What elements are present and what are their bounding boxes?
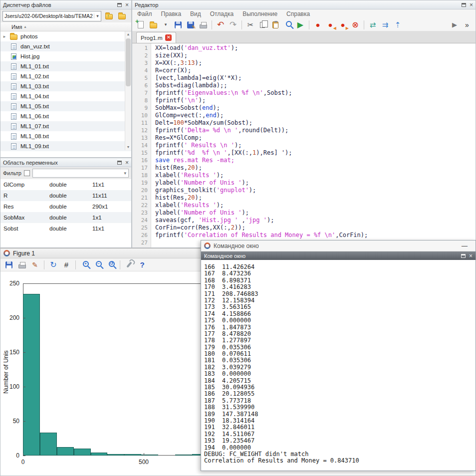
save-as-icon[interactable] bbox=[185, 19, 196, 30]
new-script-icon[interactable] bbox=[135, 19, 146, 30]
edit-figure-icon[interactable]: ✎ bbox=[29, 259, 40, 270]
code-line[interactable]: [vect,lambda]=eig(X'*X); bbox=[155, 74, 476, 82]
close-icon[interactable]: × bbox=[125, 2, 129, 7]
filter-checkbox[interactable] bbox=[24, 170, 30, 176]
command-window-output[interactable]: 166 11.426264167 8.473236168 6.898371170… bbox=[201, 260, 476, 471]
code-line[interactable]: Sobst=diag(lambda);; bbox=[155, 82, 476, 89]
print-figure-icon[interactable] bbox=[16, 259, 27, 270]
menu-item-выполнение[interactable]: Выполнение bbox=[242, 10, 277, 17]
file-item[interactable]: ML1_03.txt bbox=[0, 81, 131, 91]
zoom-in-icon[interactable]: + bbox=[79, 259, 90, 270]
code-line[interactable]: fprintf(' Results \n '); bbox=[155, 142, 476, 149]
code-editor[interactable]: 1234567891011121314151617181920212223242… bbox=[132, 43, 476, 247]
undock-icon[interactable] bbox=[117, 3, 122, 7]
code-line[interactable]: fprintf('%d %f \n ',[XX(:,1),Res] '); bbox=[155, 149, 476, 157]
code-line[interactable]: SobMax=Sobst(end); bbox=[155, 104, 476, 112]
zoom-out-icon[interactable]: − bbox=[92, 259, 103, 270]
print-icon[interactable] bbox=[198, 19, 209, 30]
close-icon[interactable]: × bbox=[125, 160, 129, 165]
help-icon[interactable]: ? bbox=[137, 259, 148, 270]
breakpoint-prev-icon[interactable]: ●◀ bbox=[325, 19, 336, 30]
step-out-icon[interactable]: ⇡ bbox=[392, 19, 403, 30]
code-line[interactable]: xlabel('Results '); bbox=[155, 172, 476, 179]
filter-combobox[interactable]: ▾ bbox=[32, 169, 129, 178]
file-item[interactable]: ▸photos bbox=[0, 31, 131, 41]
tools-icon[interactable] bbox=[124, 259, 135, 270]
undock-icon[interactable] bbox=[117, 161, 122, 165]
file-item[interactable]: Hist.jpg bbox=[0, 51, 131, 61]
copy-icon[interactable] bbox=[257, 19, 268, 30]
grid-icon[interactable]: # bbox=[61, 259, 72, 270]
redo-icon[interactable]: ↷ bbox=[228, 19, 238, 30]
menu-item-правка[interactable]: Правка bbox=[161, 10, 182, 17]
code-line[interactable]: size(XX); bbox=[155, 52, 476, 59]
close-icon[interactable]: × bbox=[470, 2, 473, 7]
code-line[interactable]: fprintf('Delta= %d \n ',round(Delt)); bbox=[155, 127, 476, 134]
file-item[interactable]: ML1_01.txt bbox=[0, 61, 131, 71]
file-item[interactable]: ML1_07.txt bbox=[0, 121, 131, 131]
step-icon[interactable]: ⇄ bbox=[367, 19, 378, 30]
code-line[interactable]: fprintf('Correlation of Results and Mone… bbox=[155, 232, 476, 239]
code-line[interactable]: ylabel('Number of Unis '); bbox=[155, 179, 476, 187]
file-list-scrollbar[interactable]: ▲ ▼ bbox=[125, 31, 131, 150]
undock-icon[interactable] bbox=[461, 254, 466, 258]
menu-item-справка[interactable]: Справка bbox=[286, 10, 310, 17]
code-line[interactable]: GlComp=vect(:,end); bbox=[155, 112, 476, 119]
code-line[interactable]: XX=load('dan_vuz.txt'); bbox=[155, 44, 476, 52]
variable-row[interactable]: SobMaxdouble1x1 bbox=[0, 212, 131, 223]
code-line[interactable]: CorFin=corr(Res,XX(:,2)); bbox=[155, 224, 476, 232]
cut-icon[interactable]: ✂ bbox=[245, 19, 256, 30]
close-icon[interactable]: × bbox=[469, 253, 473, 258]
file-list-header[interactable]: Имя ▴ bbox=[0, 22, 131, 31]
breakpoint-toggle-icon[interactable]: ● bbox=[312, 19, 323, 30]
code-line[interactable]: Delt=100*SobMax/sum(Sobst); bbox=[155, 119, 476, 127]
breakpoint-next-icon[interactable]: ●▶ bbox=[337, 19, 348, 30]
variable-row[interactable]: Sobstdouble11x1 bbox=[0, 223, 131, 234]
chevron-down-icon[interactable]: ▾ bbox=[94, 13, 101, 18]
continue-icon[interactable]: ▶ bbox=[449, 19, 460, 30]
breakpoint-clear-icon[interactable]: ⊗ bbox=[350, 19, 361, 30]
variable-row[interactable]: Resdouble290x1 bbox=[0, 201, 131, 212]
minimize-icon[interactable]: — bbox=[462, 242, 473, 249]
toolbar-overflow-icon[interactable]: » bbox=[462, 19, 473, 30]
code-line[interactable]: ylabel('Number of Unis '); bbox=[155, 209, 476, 217]
file-item[interactable]: ML1_04.txt bbox=[0, 91, 131, 101]
save-icon[interactable] bbox=[173, 19, 184, 30]
open-dropdown-icon[interactable]: ▾ bbox=[160, 19, 171, 30]
menu-item-отладка[interactable]: Отладка bbox=[210, 10, 234, 17]
file-item[interactable]: ML1_02.txt bbox=[0, 71, 131, 81]
code-line[interactable]: graphics_toolkit('gnuplot'); bbox=[155, 187, 476, 194]
scroll-thumb[interactable] bbox=[126, 38, 131, 86]
open-file-icon[interactable] bbox=[148, 19, 159, 30]
file-item[interactable]: ML1_06.txt bbox=[0, 111, 131, 121]
code-line[interactable]: hist(Res,20); bbox=[155, 194, 476, 202]
step-in-icon[interactable]: ⇉ bbox=[380, 19, 391, 30]
scroll-down-icon[interactable]: ▼ bbox=[125, 144, 131, 150]
code-line[interactable]: fprintf('\n'); bbox=[155, 97, 476, 104]
zoom-reset-icon[interactable]: ↺ bbox=[105, 259, 116, 270]
file-item[interactable]: ML1_05.txt bbox=[0, 101, 131, 111]
code-line[interactable]: Res=X*GlComp; bbox=[155, 134, 476, 142]
menu-item-вид[interactable]: Вид bbox=[190, 10, 201, 17]
undock-icon[interactable] bbox=[462, 3, 466, 7]
command-window-titlebar[interactable]: Командное окно — bbox=[201, 240, 476, 251]
path-combobox[interactable]: Jsers/u202-06/Desktop/it-labs/TEMA2 ▾ bbox=[2, 11, 101, 21]
code-text[interactable]: XX=load('dan_vuz.txt');size(XX);X=XX(:,3… bbox=[151, 43, 476, 247]
code-line[interactable]: save res.mat Res -mat; bbox=[155, 157, 476, 164]
tab-close-icon[interactable]: ✕ bbox=[165, 34, 172, 41]
tab-prog1m[interactable]: Prog1.m ✕ bbox=[136, 32, 176, 43]
undo-icon[interactable]: ↶ bbox=[215, 19, 226, 30]
find-icon[interactable] bbox=[282, 19, 293, 30]
variable-row[interactable]: GlCompdouble11x1 bbox=[0, 179, 131, 190]
refresh-icon[interactable]: ↻ bbox=[48, 259, 59, 270]
save-figure-icon[interactable] bbox=[3, 259, 14, 270]
file-item[interactable]: dan_vuz.txt bbox=[0, 41, 131, 51]
paste-icon[interactable] bbox=[270, 19, 281, 30]
menu-item-файл[interactable]: Файл bbox=[137, 10, 152, 17]
file-item[interactable]: ML1_09.txt bbox=[0, 141, 131, 151]
run-icon[interactable]: ▶ bbox=[295, 19, 306, 30]
file-item[interactable]: ML1_08.txt bbox=[0, 131, 131, 141]
code-line[interactable]: R=corr(X); bbox=[155, 67, 476, 74]
expand-chevron-icon[interactable]: ▸ bbox=[2, 34, 6, 39]
code-line[interactable]: fprintf('Eigenvalues:\n %f \n',Sobst); bbox=[155, 89, 476, 97]
